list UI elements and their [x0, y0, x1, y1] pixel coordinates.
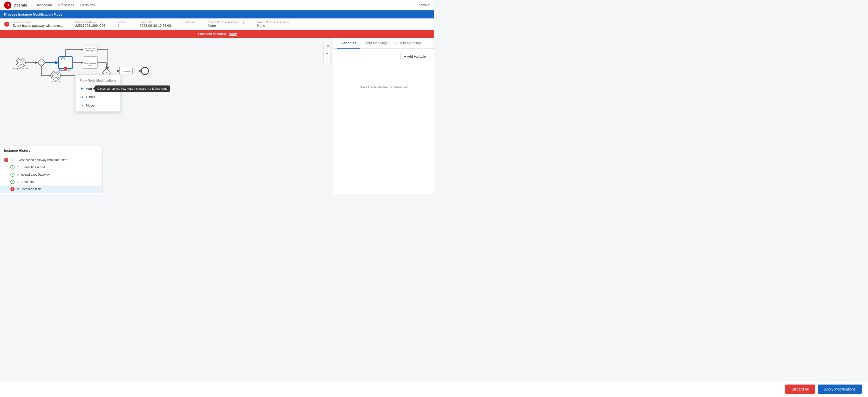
version-field: Version 2 [118, 21, 127, 28]
called-instances-value: None [257, 24, 289, 28]
app-name: Operate [13, 3, 27, 7]
zoom-out-button[interactable]: − [323, 58, 331, 65]
svg-marker-21 [38, 59, 45, 66]
history-item-label: eventBasedGateway [21, 173, 50, 176]
list-item[interactable]: ! ⚙ Message task [0, 186, 102, 193]
process-name-value: Event based gateway with timer... [12, 24, 63, 28]
instance-key-label: Process Instance Key [75, 21, 105, 24]
svg-text:×: × [105, 71, 107, 74]
error-icon: ! [10, 187, 14, 191]
popup-add-label: Add [86, 87, 92, 91]
svg-text:! 1: ! 1 [64, 68, 66, 69]
svg-rect-28 [83, 45, 97, 54]
incident-message: 1 Incident occurred [197, 32, 226, 36]
tab-input-mappings[interactable]: Input Mappings [360, 38, 392, 49]
no-variables-message: The Flow Node has no Variables [359, 85, 408, 89]
tab-output-mappings[interactable]: Output Mappings [392, 38, 426, 49]
nav-processes[interactable]: Processes [58, 3, 74, 7]
history-item-label: 1 minute [22, 180, 34, 184]
history-item-label: Event based gateway with timer start [17, 158, 67, 162]
incident-bar: 1 Incident occurred View [0, 30, 434, 38]
process-info-bar: ! Process Name Event based gateway with … [0, 19, 434, 30]
history-list: ! 📄 Event based gateway with timer start… [0, 155, 102, 194]
start-date-value: 2022-09-30 10:56:06 [140, 24, 171, 28]
right-panel-content: + Add Variable The Flow Node has no Vari… [333, 49, 434, 194]
list-item[interactable]: ◇ eventBasedGateway [0, 171, 102, 178]
history-title: Instance History [0, 146, 102, 155]
end-date-field: End Date -- [184, 21, 195, 28]
nav-dashboard[interactable]: Dashboard [36, 3, 52, 7]
svg-text:Last task: Last task [122, 70, 130, 73]
check-icon [10, 165, 14, 169]
svg-text:Every 10 second: Every 10 second [13, 67, 29, 69]
parent-key-label: Parent Process Instance Key [208, 21, 245, 24]
add-variable-button[interactable]: + Add Variable [400, 53, 430, 60]
tooltip-text: Cancel all running flow node instances i… [97, 87, 167, 90]
svg-text:Message task: Message task [85, 47, 95, 49]
cancel-icon: ⊘ [80, 95, 84, 99]
app-logo: O [4, 2, 11, 9]
list-item[interactable]: ⏱ Every 10 second [0, 164, 102, 171]
nav-decisions[interactable]: Decisions [80, 3, 95, 7]
list-item[interactable]: ! 📄 Event based gateway with timer start [0, 157, 102, 164]
zoom-controls: ⊕ + − [323, 42, 331, 65]
called-instances-field: Called Process Instances None [257, 21, 289, 28]
right-panel-tabs: Variables Input Mappings Output Mappings [333, 38, 434, 49]
end-date-label: End Date [184, 21, 195, 24]
process-fields: Process Name Event based gateway with ti… [12, 21, 430, 28]
modification-mode-bar: Process Instance Modification Mode [0, 10, 434, 19]
popup-cancel-item[interactable]: ⊘ Cancel [75, 93, 120, 101]
gear-icon: ⚙ [17, 187, 20, 191]
instance-key-value: 2251799813694906 [75, 24, 105, 28]
zoom-fit-button[interactable]: ⊕ [323, 42, 331, 49]
history-item-label: Every 10 second [22, 166, 45, 169]
right-panel: Variables Input Mappings Output Mappings… [333, 38, 434, 194]
svg-point-44 [141, 67, 149, 75]
add-icon: + [80, 87, 84, 91]
process-name-field: Process Name Event based gateway with ti… [12, 21, 63, 28]
version-label: Version [118, 21, 127, 24]
move-icon: → [80, 103, 84, 107]
error-icon: ! [4, 158, 8, 162]
svg-text:interrupted: interrupted [86, 50, 94, 52]
svg-text:1 minute: 1 minute [52, 80, 60, 83]
check-icon [10, 180, 14, 184]
svg-text:After message: After message [84, 62, 96, 64]
start-date-field: Start Date 2022-09-30 10:56:06 [140, 21, 171, 28]
popup-move-label: Move [86, 104, 94, 107]
top-nav: O Operate Dashboard Processes Decisions … [0, 0, 434, 10]
parent-key-field: Parent Process Instance Key None [208, 21, 245, 28]
called-instances-label: Called Process Instances [257, 21, 289, 24]
incident-view-link[interactable]: View [229, 32, 237, 36]
nav-links: Dashboard Processes Decisions [36, 3, 95, 7]
clock-icon: ⏱ [17, 180, 20, 184]
popup-title: Flow Node Modifications [75, 77, 120, 84]
popup-move-item[interactable]: → Move [75, 101, 120, 109]
list-item[interactable]: ⏱ 1 minute [0, 178, 102, 186]
version-value[interactable]: 2 [118, 24, 127, 28]
main-content: Every 10 second Message task ! 1 Message… [0, 38, 434, 194]
start-date-label: Start Date [140, 21, 171, 24]
popup-cancel-label: Cancel [86, 95, 96, 99]
parent-key-value: None [208, 24, 245, 28]
history-item-doc-icon: 📄 [10, 158, 14, 162]
process-name-label: Process Name [12, 21, 63, 24]
check-icon [10, 172, 14, 177]
process-error-icon: ! [4, 22, 9, 27]
instance-key-field: Process Instance Key 2251799813694906 [75, 21, 105, 28]
tab-variables[interactable]: Variables [337, 38, 360, 49]
history-item-label: Message task [22, 187, 41, 191]
cancel-tooltip: Cancel all running flow node instances i… [95, 85, 170, 92]
zoom-in-button[interactable]: + [323, 50, 331, 57]
end-date-value: -- [184, 24, 195, 28]
chevron-down-icon: ▾ [428, 3, 430, 7]
modification-mode-title: Process Instance Modification Mode [4, 12, 63, 17]
diagram-panel[interactable]: Every 10 second Message task ! 1 Message… [0, 38, 333, 194]
svg-text:task: task [89, 65, 92, 66]
flow-node-popup: Flow Node Modifications + Add ⊘ Cancel →… [75, 74, 121, 112]
user-name: demo [418, 3, 427, 7]
instance-history-panel: Instance History ! 📄 Event based gateway… [0, 146, 102, 194]
user-menu[interactable]: demo ▾ [418, 3, 430, 7]
diamond-icon: ◇ [17, 173, 19, 176]
clock-icon: ⏱ [17, 166, 20, 169]
